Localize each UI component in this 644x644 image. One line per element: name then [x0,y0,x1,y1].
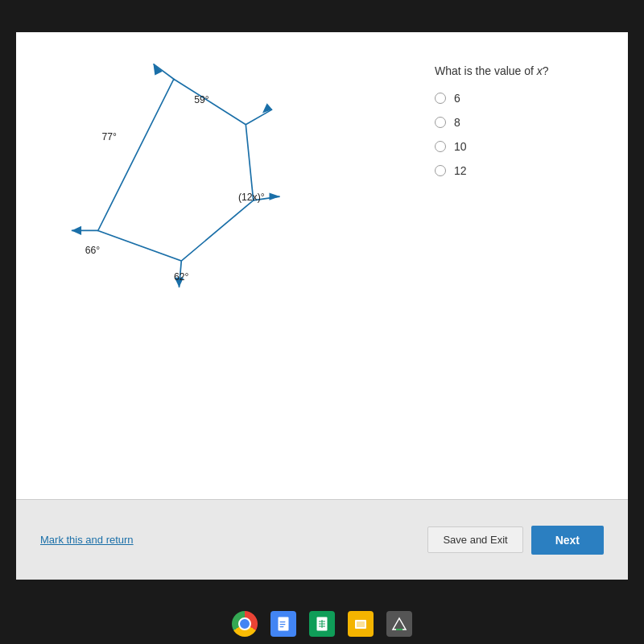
slides-icon[interactable] [348,611,374,637]
option-8[interactable]: 8 [435,116,596,129]
screen: 59° 77° (12x)° 66° 62° What is the value… [16,32,628,580]
svg-marker-0 [98,79,254,261]
chrome-icon[interactable] [232,611,258,637]
radio-8[interactable] [435,117,446,128]
mark-return-link[interactable]: Mark this and return [40,534,134,546]
svg-marker-22 [393,618,406,630]
option-12-label: 12 [454,164,467,177]
docs-icon[interactable] [270,611,296,637]
taskbar [0,604,644,644]
angle-66: 66° [85,245,101,256]
radio-6[interactable] [435,93,446,104]
svg-rect-13 [280,624,286,625]
drive-icon[interactable] [386,611,412,637]
option-10-label: 10 [454,140,467,153]
svg-rect-14 [280,626,284,627]
save-exit-button[interactable]: Save and Exit [427,526,522,553]
svg-rect-21 [357,621,365,627]
svg-line-1 [246,109,272,125]
next-button[interactable]: Next [531,526,604,555]
angle-59: 59° [194,94,209,105]
angle-77: 77° [101,131,117,142]
svg-marker-6 [72,226,81,235]
radio-12[interactable] [435,165,446,176]
option-12[interactable]: 12 [435,164,596,177]
footer: Mark this and return Save and Exit Next [16,499,628,580]
question-text: What is the value of x? [435,64,596,77]
option-6[interactable]: 6 [435,92,596,105]
option-10[interactable]: 10 [435,140,596,153]
diagram-area: 59° 77° (12x)° 66° 62° [48,56,419,314]
pentagon-svg: 59° 77° (12x)° 66° 62° [48,56,322,314]
option-6-label: 6 [454,92,460,105]
svg-rect-12 [280,621,286,622]
sheets-icon[interactable] [309,611,335,637]
option-8-label: 8 [454,116,460,129]
svg-marker-4 [269,192,279,200]
question-area: What is the value of x? 6 8 10 12 [419,56,596,188]
content-area: 59° 77° (12x)° 66° 62° What is the value… [16,32,628,499]
radio-10[interactable] [435,141,446,152]
button-group: Save and Exit Next [427,526,604,555]
angle-12x: (12x)° [238,192,265,203]
angle-62: 62° [174,271,189,283]
